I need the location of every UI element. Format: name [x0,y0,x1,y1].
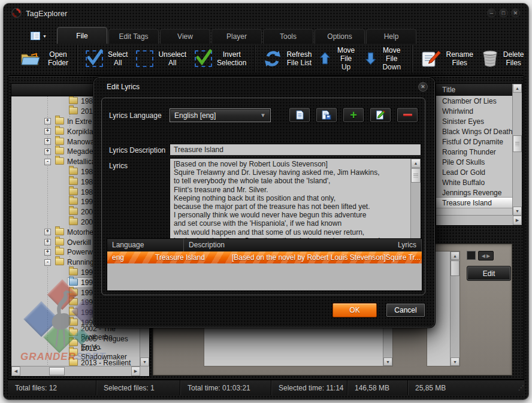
tree-expander[interactable]: + [44,149,51,155]
dialog-title: Edit Lyrics [107,83,140,91]
list-item[interactable]: Fistful Of Dynamite [436,137,513,147]
lyrics-description-input[interactable]: Treasure Island [170,144,421,156]
lyrics-nav-buttons[interactable]: ◀▶ [478,251,494,260]
list-item-label: Jennings Revenge [442,189,501,197]
scroll-down-button[interactable]: ▼ [140,357,149,366]
tree-expander[interactable]: - [44,159,51,165]
lyrics-textarea[interactable]: [Based on the novel by Robert Louis Stev… [170,158,421,252]
move-file-up-button[interactable]: Move File Up [320,46,356,71]
scroll-up-button[interactable]: ▲ [451,252,460,260]
scroll-down-button[interactable]: ▼ [383,357,392,366]
lyrics-scrollbar[interactable]: ▲ ▼ [410,159,421,251]
listbox-scrollbar[interactable]: ▲ ▼ [450,252,460,366]
scroll-track[interactable] [20,366,131,376]
list-item[interactable]: Jennings Revenge [436,187,513,198]
lyrics-toolbar: + [289,107,418,123]
maximize-button[interactable]: □ [499,8,508,17]
scroll-down-button[interactable]: ▼ [451,357,460,366]
tree-expander[interactable]: + [44,249,51,256]
remove-lyrics-button[interactable] [397,107,418,123]
document-icon [295,110,304,120]
list-item[interactable]: Treasure Island [436,198,513,208]
list-item[interactable]: White Buffalo [436,177,513,187]
select-all-button[interactable]: Select All [86,50,128,67]
tree-expander[interactable]: + [44,229,51,235]
lyrics-text[interactable]: [Based on the novel by Robert Louis Stev… [170,159,411,251]
folder-icon [69,168,78,175]
unselect-all-button[interactable]: Unselect All [136,50,186,67]
list-item[interactable]: Sinister Eyes [436,116,513,126]
scroll-down-icon: ▼ [515,209,519,213]
scroll-left-button[interactable]: ◀ [11,366,20,376]
lyrics-language-value: English [eng] [174,111,216,120]
tab[interactable]: File [57,27,107,44]
lyrics-checkbox[interactable] [467,251,476,260]
scroll-thumb[interactable] [49,367,65,375]
tree-horizontal-scrollbar[interactable]: ◀ ▶ [11,366,149,376]
list-item[interactable]: Lead Or Gold [436,167,513,177]
edit-button[interactable]: Edit [467,266,511,281]
scroll-thumb[interactable] [513,135,522,152]
rename-files-button[interactable]: Rename Files [421,50,473,68]
delete-files-button[interactable]: Delete Files [482,50,524,68]
scroll-thumb[interactable] [451,260,460,276]
toolbar-label: Refresh File List [286,50,312,67]
tree-expander[interactable]: + [44,118,51,125]
unselect-all-icon [136,50,153,67]
edit-lyrics-entry-button[interactable] [370,107,391,123]
scroll-right-button[interactable]: ▶ [131,366,140,376]
cancel-button[interactable]: Cancel [386,303,425,317]
list-vertical-scrollbar[interactable]: ▲ ▼ [512,84,522,216]
refresh-file-list-button[interactable]: Refresh File List [264,50,312,68]
scroll-thumb[interactable] [411,168,421,183]
scroll-track[interactable] [436,216,513,225]
close-button[interactable]: ✕ [511,8,520,17]
tree-item[interactable]: 2013 - Resilient [11,358,140,366]
toolbar-label: Open Folder [48,50,68,67]
tree-expander[interactable]: + [44,239,51,246]
list-horizontal-scrollbar[interactable]: ▶ [436,215,522,225]
list-item[interactable]: Whirlwind [436,106,513,116]
folder-icon [69,329,78,336]
tree-expander[interactable]: + [44,138,51,145]
list-item[interactable]: Chamber Of Lies [436,96,513,106]
lyrics-language-dropdown[interactable]: English [eng] ▼ [170,108,271,122]
load-lyrics-button[interactable] [289,107,310,123]
scroll-down-icon: ▼ [453,360,457,364]
tree-item[interactable]: 2012 - Shadowmaker [11,348,140,358]
open-folder-button[interactable]: Open Folder [19,49,68,68]
list-item[interactable]: Black Wings Of Death [436,126,513,137]
tree-expander[interactable]: + [44,128,51,135]
scroll-right-button[interactable]: ▶ [513,216,522,225]
arrow-down-icon [365,50,376,67]
file-list[interactable]: Chamber Of Lies Whirlwind Sinister Eyes … [436,96,513,216]
column-header[interactable]: Lyrics [393,239,422,252]
scroll-up-button[interactable]: ▲ [513,84,522,93]
list-item-label: Chamber Of Lies [442,97,497,105]
status-segment: 25,85 MB [408,380,524,395]
tree-expander[interactable]: - [44,259,51,266]
lyrics-table-body[interactable]: eng Treasure Island [Based on the novel … [107,252,422,263]
resize-grip[interactable]: ⋰ [518,384,524,391]
column-header-label: Lyrics [398,241,416,249]
list-item[interactable]: Pile Of Skulls [436,157,513,167]
save-lyrics-button[interactable] [316,107,337,123]
column-header[interactable]: Description [184,239,393,252]
title-column-header[interactable]: Title [436,84,522,96]
move-file-down-button[interactable]: Move File Down [365,46,403,71]
titlebar[interactable]: TagExplorer – □ ✕ [3,3,529,23]
tree-item-label: Metallica [67,157,95,166]
add-lyrics-button[interactable]: + [343,107,364,123]
invert-selection-button[interactable]: Invert Selection [195,50,246,67]
dialog-close-button[interactable]: ✕ [418,82,428,92]
tree-item-label: Megadet [67,147,95,156]
ok-button[interactable]: OK [332,303,377,317]
scroll-down-button[interactable]: ▼ [513,207,522,216]
scroll-up-button[interactable]: ▲ [411,159,421,168]
table-row[interactable]: eng Treasure Island [Based on the novel … [107,252,422,263]
lyrics-table: LanguageDescriptionLyrics eng Treasure I… [107,238,422,291]
column-header[interactable]: Language [107,239,184,252]
minimize-button[interactable]: – [487,8,496,17]
list-item[interactable]: Roaring Thunder [436,147,513,157]
app-menu-button[interactable]: ▼ [31,29,55,43]
